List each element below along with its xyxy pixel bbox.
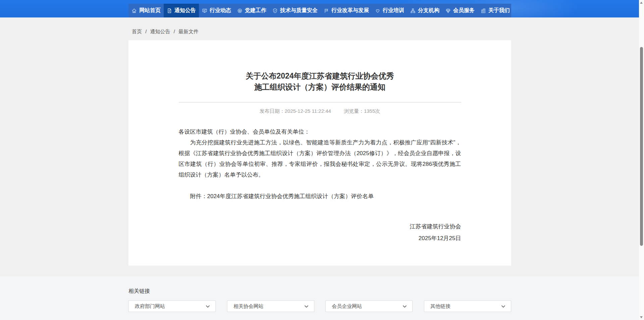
- title-divider: [179, 102, 461, 102]
- attachment-link[interactable]: 附件：2024年度江苏省建筑行业协会优秀施工组织设计（方案）评价名单: [179, 191, 461, 202]
- org-chart-icon: [410, 8, 416, 13]
- select-value: 其他链接: [430, 303, 450, 310]
- breadcrumb-separator: /: [174, 29, 175, 34]
- main-nav: 网站首页 通知公告 行业动态 党建工作 技术与质量安全: [128, 4, 511, 17]
- nav-item-industry-news[interactable]: 行业动态: [199, 4, 234, 17]
- nav-item-branches[interactable]: 分支机构: [407, 4, 442, 17]
- shield-check-icon: [272, 8, 278, 13]
- chevron-down-icon: [501, 305, 505, 308]
- nav-item-tech-quality-safety[interactable]: 技术与质量安全: [269, 4, 321, 17]
- select-association-sites[interactable]: 相关协会网站: [227, 301, 314, 312]
- signature-date: 2025年12月25日: [179, 234, 461, 242]
- related-links-row: 政府部门网站 相关协会网站 会员企业网站 其他链接: [128, 301, 511, 312]
- flag-icon: [324, 8, 329, 13]
- nav-item-label: 分支机构: [418, 7, 439, 14]
- scroll-down-icon[interactable]: [640, 316, 643, 318]
- signature-block: 江苏省建筑行业协会 2025年12月25日: [179, 223, 461, 242]
- party-emblem-icon: [237, 8, 243, 13]
- nav-item-label: 通知公告: [174, 7, 196, 14]
- building-icon: [481, 8, 486, 13]
- nav-item-label: 会员服务: [453, 7, 475, 14]
- article-title: 关于公布2024年度江苏省建筑行业协会优秀 施工组织设计（方案）评价结果的通知: [128, 40, 511, 93]
- breadcrumb-home[interactable]: 首页: [132, 29, 142, 34]
- nav-item-notices[interactable]: 通知公告: [164, 4, 199, 17]
- signature-org: 江苏省建筑行业协会: [179, 223, 461, 230]
- article-title-line2: 施工组织设计（方案）评价结果的通知: [254, 83, 385, 91]
- article-body: 各设区市建筑（行）业协会、会员单位及有关单位： 为充分挖掘建筑行业先进施工方法，…: [179, 127, 461, 202]
- nav-item-label: 网站首页: [139, 7, 161, 14]
- nav-item-home[interactable]: 网站首页: [128, 4, 164, 17]
- chevron-down-icon: [402, 305, 407, 308]
- article-meta: 发布日期：2025-12-25 11:22:44浏览量：1355次: [128, 108, 511, 115]
- select-value: 政府部门网站: [135, 303, 165, 310]
- nav-item-label: 行业动态: [210, 7, 231, 14]
- nav-item-about-us[interactable]: 关于我们: [478, 4, 513, 17]
- nav-item-reform-development[interactable]: 行业改革与发展: [321, 4, 372, 17]
- nav-item-member-services[interactable]: 会员服务: [442, 4, 478, 17]
- breadcrumb: 首页 / 通知公告 / 最新文件: [132, 29, 201, 35]
- select-value: 相关协会网站: [233, 303, 264, 310]
- diamond-icon: [445, 8, 451, 13]
- select-member-enterprise-sites[interactable]: 会员企业网站: [325, 301, 413, 312]
- paragraph-main: 为充分挖掘建筑行业先进施工方法，以绿色、智能建造等新质生产力为着力点，积极推广应…: [179, 137, 461, 180]
- related-links-title: 相关链接: [128, 288, 150, 295]
- footer: 相关链接 政府部门网站 相关协会网站 会员企业网站 其他链接: [0, 276, 639, 320]
- views-label: 浏览量：: [344, 108, 364, 114]
- nav-item-label: 行业改革与发展: [331, 7, 369, 14]
- breadcrumb-notices[interactable]: 通知公告: [150, 29, 170, 34]
- chevron-down-icon: [206, 305, 210, 308]
- nav-item-party-building[interactable]: 党建工作: [234, 4, 269, 17]
- scroll-up-icon[interactable]: [640, 2, 643, 4]
- vertical-scrollbar: [639, 0, 644, 320]
- scrollbar-thumb[interactable]: [640, 47, 643, 246]
- paragraph-salutation: 各设区市建筑（行）业协会、会员单位及有关单位：: [179, 127, 461, 137]
- nav-item-label: 行业培训: [383, 7, 404, 14]
- heart-icon: [375, 8, 380, 13]
- publish-date-value: 2025-12-25 11:22:44: [285, 108, 331, 114]
- select-value: 会员企业网站: [332, 303, 362, 310]
- views-value: 1355次: [364, 108, 380, 114]
- nav-item-label: 关于我们: [488, 7, 510, 14]
- select-government-sites[interactable]: 政府部门网站: [128, 301, 216, 312]
- breadcrumb-separator: /: [145, 29, 147, 34]
- breadcrumb-current: 最新文件: [178, 29, 199, 34]
- article-title-line1: 关于公布2024年度江苏省建筑行业协会优秀: [246, 72, 394, 80]
- nav-item-training[interactable]: 行业培训: [372, 4, 407, 17]
- article-card: 关于公布2024年度江苏省建筑行业协会优秀 施工组织设计（方案）评价结果的通知 …: [128, 40, 511, 266]
- home-icon: [131, 8, 137, 13]
- select-other-links[interactable]: 其他链接: [424, 301, 511, 312]
- monitor-icon: [202, 8, 207, 13]
- nav-item-label: 党建工作: [245, 7, 266, 14]
- nav-item-label: 技术与质量安全: [280, 7, 318, 14]
- document-icon: [167, 8, 172, 13]
- publish-date-label: 发布日期：: [260, 108, 285, 114]
- chevron-down-icon: [304, 305, 309, 308]
- site-header: 网站首页 通知公告 行业动态 党建工作 技术与质量安全: [0, 0, 639, 17]
